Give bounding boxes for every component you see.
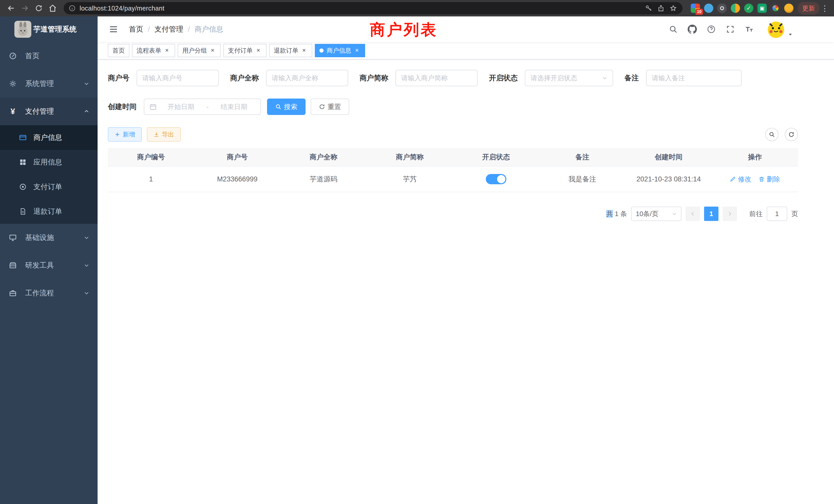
column-header: 商户号 xyxy=(194,148,280,166)
tab-user-group[interactable]: 用户分组× xyxy=(178,44,221,57)
pagination-total-rest: 1 条 xyxy=(613,210,627,217)
status-select[interactable] xyxy=(525,70,613,86)
close-icon[interactable]: × xyxy=(353,47,360,54)
sidebar-item-infra[interactable]: 基础设施 xyxy=(0,224,97,251)
extension-icon-6[interactable]: ▣ xyxy=(758,4,767,13)
chevron-down-icon xyxy=(672,211,677,216)
goto-page-input[interactable] xyxy=(767,207,787,221)
field-label: 商户号 xyxy=(108,73,129,83)
remark-input-field[interactable] xyxy=(652,74,736,82)
app-logo[interactable]: 芋道管理系统 xyxy=(0,17,97,42)
breadcrumb-item[interactable]: 支付管理 xyxy=(155,24,183,34)
status-toggle[interactable] xyxy=(486,174,506,184)
tab-home[interactable]: 首页 xyxy=(108,44,129,57)
bookmark-star-icon[interactable] xyxy=(667,2,679,14)
table-header-row: 商户编号 商户号 商户全称 商户简称 开启状态 备注 创建时间 操作 xyxy=(108,148,798,166)
short-name-input[interactable] xyxy=(395,70,478,86)
toolbar-right xyxy=(765,128,798,141)
full-name-input[interactable] xyxy=(266,70,348,86)
filter-short-name: 商户简称 xyxy=(359,70,478,86)
extension-icon-8[interactable] xyxy=(784,4,793,13)
active-dot xyxy=(320,48,324,53)
search-icon[interactable] xyxy=(667,24,679,35)
extension-icon-7[interactable] xyxy=(771,4,780,13)
tab-pay-order[interactable]: 支付订单× xyxy=(223,44,266,57)
extension-icon-5[interactable]: ✓ xyxy=(744,4,753,13)
sidebar-item-label: 商户信息 xyxy=(34,133,62,142)
toggle-search-icon[interactable] xyxy=(765,128,778,141)
user-menu[interactable] xyxy=(767,20,793,39)
add-button[interactable]: 新增 xyxy=(108,127,142,142)
start-date-field[interactable] xyxy=(160,103,202,111)
column-header: 创建时间 xyxy=(626,148,712,166)
browser-back-icon[interactable] xyxy=(4,1,18,15)
browser-menu-icon[interactable]: ⋮ xyxy=(820,4,830,13)
search-button[interactable]: 搜索 xyxy=(267,98,306,115)
sidebar-item-dev-tools[interactable]: 研发工具 xyxy=(0,251,97,279)
status-select-field[interactable] xyxy=(530,74,599,82)
sidebar-item-pay-order[interactable]: 支付订单 xyxy=(0,175,97,199)
browser-forward-icon[interactable] xyxy=(18,1,32,15)
close-icon[interactable]: × xyxy=(209,47,216,54)
sidebar-item-home[interactable]: 首页 xyxy=(0,42,97,70)
close-icon[interactable]: × xyxy=(163,47,171,54)
cell-remark: 我是备注 xyxy=(539,166,626,192)
grid-icon xyxy=(19,159,27,166)
pagination: 共 1 条 10条/页 1 前往 xyxy=(108,207,798,221)
field-label: 商户简称 xyxy=(359,73,388,83)
sidebar-item-label: 系统管理 xyxy=(25,79,54,89)
browser-update-button[interactable]: 更新 xyxy=(797,2,820,15)
merchant-no-input[interactable] xyxy=(137,70,219,86)
cell-create-time: 2021-10-23 08:31:14 xyxy=(626,166,712,192)
end-date-field[interactable] xyxy=(213,103,255,111)
sidebar-toggle-icon[interactable] xyxy=(105,21,122,38)
tab-refund-order[interactable]: 退款订单× xyxy=(269,44,312,57)
page-number-button[interactable]: 1 xyxy=(704,207,719,221)
browser-home-icon[interactable] xyxy=(46,1,60,15)
close-icon[interactable]: × xyxy=(255,47,262,54)
password-key-icon[interactable] xyxy=(642,2,655,14)
browser-reload-icon[interactable] xyxy=(32,1,46,15)
tab-process-form[interactable]: 流程表单× xyxy=(132,44,175,57)
share-icon[interactable] xyxy=(655,2,667,14)
cell-status xyxy=(453,166,539,192)
prev-page-button[interactable] xyxy=(686,207,700,221)
extension-icon-2[interactable] xyxy=(704,4,713,13)
extension-icon-4[interactable] xyxy=(731,4,740,13)
edit-link[interactable]: 修改 xyxy=(730,175,751,184)
fullscreen-icon[interactable] xyxy=(725,24,736,35)
extension-icon-3[interactable] xyxy=(718,4,727,13)
refresh-icon[interactable] xyxy=(785,128,798,141)
sidebar-item-merchant-info[interactable]: 商户信息 xyxy=(0,125,97,150)
sidebar-item-system[interactable]: 系统管理 xyxy=(0,70,97,97)
page-size-select[interactable]: 10条/页 xyxy=(631,207,681,221)
short-name-input-field[interactable] xyxy=(401,74,472,82)
sidebar-item-pay[interactable]: ¥ 支付管理 xyxy=(0,97,97,125)
full-name-input-field[interactable] xyxy=(272,74,343,82)
github-icon[interactable] xyxy=(687,24,698,35)
next-page-button[interactable] xyxy=(723,207,737,221)
export-button[interactable]: 导出 xyxy=(147,127,181,142)
remark-input[interactable] xyxy=(646,70,742,86)
extension-icon-1[interactable]: 10 xyxy=(691,4,700,13)
address-bar[interactable]: localhost:1024/pay/merchant xyxy=(64,2,682,14)
breadcrumb-item[interactable]: 首页 xyxy=(129,24,143,34)
page-info-icon[interactable] xyxy=(69,5,75,12)
sidebar-item-workflow[interactable]: 工作流程 xyxy=(0,279,97,307)
reset-button[interactable]: 重置 xyxy=(311,98,349,115)
app-shell: 芋道管理系统 首页 系统管理 ¥ 支付管理 xyxy=(0,17,834,504)
date-range-picker[interactable]: - xyxy=(144,98,261,115)
delete-link[interactable]: 删除 xyxy=(759,175,780,184)
sidebar-item-refund-order[interactable]: 退款订单 xyxy=(0,199,97,224)
help-icon[interactable] xyxy=(706,24,717,35)
font-size-icon[interactable] xyxy=(744,24,755,35)
sidebar-item-label: 研发工具 xyxy=(25,260,54,270)
merchant-no-input-field[interactable] xyxy=(142,74,213,82)
page-size-value: 10条/页 xyxy=(636,209,658,219)
filter-merchant-no: 商户号 xyxy=(108,70,219,86)
sidebar-item-app-info[interactable]: 应用信息 xyxy=(0,150,97,175)
column-header: 商户编号 xyxy=(108,148,194,166)
tab-merchant-info[interactable]: 商户信息× xyxy=(315,44,365,57)
close-icon[interactable]: × xyxy=(301,47,308,54)
caret-down-icon xyxy=(788,32,793,39)
